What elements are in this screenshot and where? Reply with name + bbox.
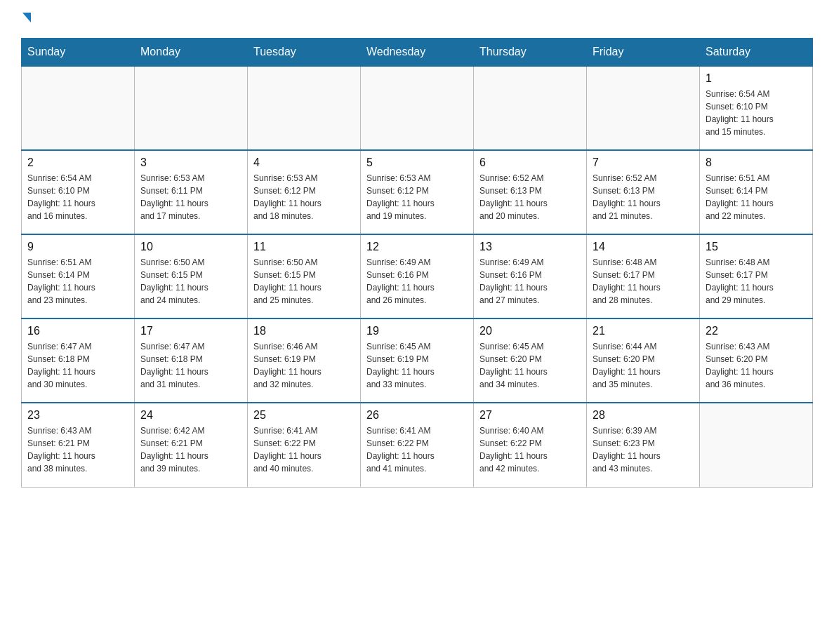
calendar-cell: 18Sunrise: 6:46 AM Sunset: 6:19 PM Dayli… bbox=[248, 318, 361, 403]
weekday-header-sunday: Sunday bbox=[22, 39, 135, 67]
day-info: Sunrise: 6:51 AM Sunset: 6:14 PM Dayligh… bbox=[27, 256, 128, 307]
calendar-cell: 24Sunrise: 6:42 AM Sunset: 6:21 PM Dayli… bbox=[135, 403, 248, 487]
calendar-cell: 13Sunrise: 6:49 AM Sunset: 6:16 PM Dayli… bbox=[474, 234, 587, 318]
calendar-cell bbox=[587, 66, 700, 150]
day-info: Sunrise: 6:48 AM Sunset: 6:17 PM Dayligh… bbox=[593, 256, 694, 307]
day-info: Sunrise: 6:40 AM Sunset: 6:22 PM Dayligh… bbox=[479, 424, 581, 475]
calendar-header-row: SundayMondayTuesdayWednesdayThursdayFrid… bbox=[22, 39, 813, 67]
calendar-cell: 9Sunrise: 6:51 AM Sunset: 6:14 PM Daylig… bbox=[22, 234, 135, 318]
day-info: Sunrise: 6:54 AM Sunset: 6:10 PM Dayligh… bbox=[706, 88, 807, 138]
day-number: 2 bbox=[27, 156, 128, 169]
day-info: Sunrise: 6:45 AM Sunset: 6:20 PM Dayligh… bbox=[479, 340, 581, 391]
day-number: 16 bbox=[27, 325, 128, 337]
calendar-cell: 23Sunrise: 6:43 AM Sunset: 6:21 PM Dayli… bbox=[22, 403, 135, 487]
day-info: Sunrise: 6:51 AM Sunset: 6:14 PM Dayligh… bbox=[706, 172, 807, 222]
day-info: Sunrise: 6:50 AM Sunset: 6:15 PM Dayligh… bbox=[140, 256, 241, 307]
calendar-cell: 2Sunrise: 6:54 AM Sunset: 6:10 PM Daylig… bbox=[22, 150, 135, 234]
calendar-cell: 16Sunrise: 6:47 AM Sunset: 6:18 PM Dayli… bbox=[22, 318, 135, 403]
calendar-cell bbox=[248, 66, 361, 150]
calendar-cell: 11Sunrise: 6:50 AM Sunset: 6:15 PM Dayli… bbox=[248, 234, 361, 318]
page-header bbox=[21, 14, 813, 24]
day-number: 28 bbox=[593, 409, 694, 422]
day-number: 23 bbox=[27, 409, 128, 422]
calendar-cell bbox=[135, 66, 248, 150]
day-info: Sunrise: 6:49 AM Sunset: 6:16 PM Dayligh… bbox=[479, 256, 581, 307]
day-info: Sunrise: 6:48 AM Sunset: 6:17 PM Dayligh… bbox=[706, 256, 807, 307]
calendar-cell: 4Sunrise: 6:53 AM Sunset: 6:12 PM Daylig… bbox=[248, 150, 361, 234]
day-info: Sunrise: 6:52 AM Sunset: 6:13 PM Dayligh… bbox=[593, 172, 694, 222]
logo bbox=[21, 14, 31, 24]
calendar-cell: 14Sunrise: 6:48 AM Sunset: 6:17 PM Dayli… bbox=[587, 234, 700, 318]
calendar-cell: 22Sunrise: 6:43 AM Sunset: 6:20 PM Dayli… bbox=[700, 318, 813, 403]
calendar-cell bbox=[474, 66, 587, 150]
day-number: 9 bbox=[27, 241, 128, 253]
week-row-3: 9Sunrise: 6:51 AM Sunset: 6:14 PM Daylig… bbox=[22, 234, 813, 318]
day-number: 13 bbox=[479, 241, 581, 253]
day-info: Sunrise: 6:42 AM Sunset: 6:21 PM Dayligh… bbox=[140, 424, 241, 475]
calendar-cell: 27Sunrise: 6:40 AM Sunset: 6:22 PM Dayli… bbox=[474, 403, 587, 487]
calendar-cell: 3Sunrise: 6:53 AM Sunset: 6:11 PM Daylig… bbox=[135, 150, 248, 234]
calendar-cell: 28Sunrise: 6:39 AM Sunset: 6:23 PM Dayli… bbox=[587, 403, 700, 487]
day-info: Sunrise: 6:46 AM Sunset: 6:19 PM Dayligh… bbox=[253, 340, 355, 391]
day-number: 10 bbox=[140, 241, 241, 253]
weekday-header-tuesday: Tuesday bbox=[248, 39, 361, 67]
calendar-cell bbox=[700, 403, 813, 487]
calendar-cell: 19Sunrise: 6:45 AM Sunset: 6:19 PM Dayli… bbox=[361, 318, 474, 403]
day-number: 18 bbox=[253, 325, 355, 337]
day-info: Sunrise: 6:53 AM Sunset: 6:12 PM Dayligh… bbox=[253, 172, 355, 222]
calendar-cell: 10Sunrise: 6:50 AM Sunset: 6:15 PM Dayli… bbox=[135, 234, 248, 318]
day-info: Sunrise: 6:47 AM Sunset: 6:18 PM Dayligh… bbox=[140, 340, 241, 391]
calendar-cell: 21Sunrise: 6:44 AM Sunset: 6:20 PM Dayli… bbox=[587, 318, 700, 403]
day-number: 8 bbox=[706, 156, 807, 169]
day-info: Sunrise: 6:49 AM Sunset: 6:16 PM Dayligh… bbox=[366, 256, 468, 307]
calendar-cell: 26Sunrise: 6:41 AM Sunset: 6:22 PM Dayli… bbox=[361, 403, 474, 487]
day-info: Sunrise: 6:47 AM Sunset: 6:18 PM Dayligh… bbox=[27, 340, 128, 391]
week-row-5: 23Sunrise: 6:43 AM Sunset: 6:21 PM Dayli… bbox=[22, 403, 813, 487]
day-info: Sunrise: 6:50 AM Sunset: 6:15 PM Dayligh… bbox=[253, 256, 355, 307]
week-row-1: 1Sunrise: 6:54 AM Sunset: 6:10 PM Daylig… bbox=[22, 66, 813, 150]
calendar-cell: 5Sunrise: 6:53 AM Sunset: 6:12 PM Daylig… bbox=[361, 150, 474, 234]
day-number: 26 bbox=[366, 409, 468, 422]
day-number: 1 bbox=[706, 72, 807, 85]
day-info: Sunrise: 6:44 AM Sunset: 6:20 PM Dayligh… bbox=[593, 340, 694, 391]
day-info: Sunrise: 6:45 AM Sunset: 6:19 PM Dayligh… bbox=[366, 340, 468, 391]
day-number: 6 bbox=[479, 156, 581, 169]
weekday-header-thursday: Thursday bbox=[474, 39, 587, 67]
logo-arrow-icon bbox=[22, 13, 31, 22]
day-info: Sunrise: 6:39 AM Sunset: 6:23 PM Dayligh… bbox=[593, 424, 694, 475]
day-number: 27 bbox=[479, 409, 581, 422]
calendar-cell: 8Sunrise: 6:51 AM Sunset: 6:14 PM Daylig… bbox=[700, 150, 813, 234]
day-number: 20 bbox=[479, 325, 581, 337]
week-row-2: 2Sunrise: 6:54 AM Sunset: 6:10 PM Daylig… bbox=[22, 150, 813, 234]
calendar-cell: 25Sunrise: 6:41 AM Sunset: 6:22 PM Dayli… bbox=[248, 403, 361, 487]
day-number: 5 bbox=[366, 156, 468, 169]
day-info: Sunrise: 6:43 AM Sunset: 6:20 PM Dayligh… bbox=[706, 340, 807, 391]
calendar-cell: 6Sunrise: 6:52 AM Sunset: 6:13 PM Daylig… bbox=[474, 150, 587, 234]
calendar-cell: 1Sunrise: 6:54 AM Sunset: 6:10 PM Daylig… bbox=[700, 66, 813, 150]
weekday-header-wednesday: Wednesday bbox=[361, 39, 474, 67]
day-number: 25 bbox=[253, 409, 355, 422]
calendar-cell bbox=[361, 66, 474, 150]
calendar-cell: 12Sunrise: 6:49 AM Sunset: 6:16 PM Dayli… bbox=[361, 234, 474, 318]
day-number: 14 bbox=[593, 241, 694, 253]
day-info: Sunrise: 6:53 AM Sunset: 6:11 PM Dayligh… bbox=[140, 172, 241, 222]
weekday-header-saturday: Saturday bbox=[700, 39, 813, 67]
day-info: Sunrise: 6:53 AM Sunset: 6:12 PM Dayligh… bbox=[366, 172, 468, 222]
day-info: Sunrise: 6:52 AM Sunset: 6:13 PM Dayligh… bbox=[479, 172, 581, 222]
day-info: Sunrise: 6:54 AM Sunset: 6:10 PM Dayligh… bbox=[27, 172, 128, 222]
calendar-cell bbox=[22, 66, 135, 150]
calendar-cell: 15Sunrise: 6:48 AM Sunset: 6:17 PM Dayli… bbox=[700, 234, 813, 318]
week-row-4: 16Sunrise: 6:47 AM Sunset: 6:18 PM Dayli… bbox=[22, 318, 813, 403]
day-number: 7 bbox=[593, 156, 694, 169]
day-number: 3 bbox=[140, 156, 241, 169]
day-info: Sunrise: 6:41 AM Sunset: 6:22 PM Dayligh… bbox=[366, 424, 468, 475]
day-number: 12 bbox=[366, 241, 468, 253]
day-number: 4 bbox=[253, 156, 355, 169]
day-number: 21 bbox=[593, 325, 694, 337]
day-number: 22 bbox=[706, 325, 807, 337]
day-info: Sunrise: 6:41 AM Sunset: 6:22 PM Dayligh… bbox=[253, 424, 355, 475]
day-number: 17 bbox=[140, 325, 241, 337]
day-number: 19 bbox=[366, 325, 468, 337]
weekday-header-monday: Monday bbox=[135, 39, 248, 67]
day-info: Sunrise: 6:43 AM Sunset: 6:21 PM Dayligh… bbox=[27, 424, 128, 475]
